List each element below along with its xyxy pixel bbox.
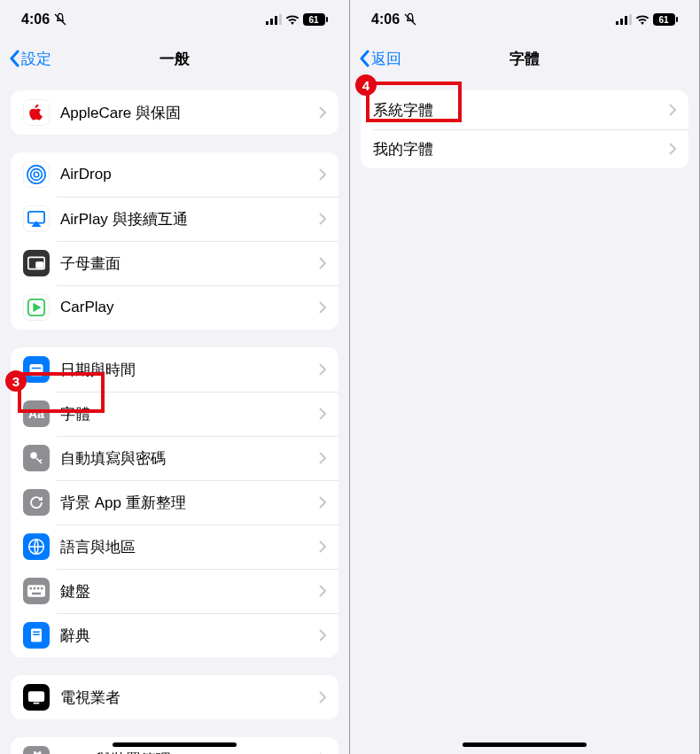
svg-rect-33	[676, 17, 678, 22]
status-time: 4:06	[21, 12, 50, 27]
airplay-icon	[23, 206, 50, 232]
svg-rect-0	[266, 21, 268, 25]
phone-left-general: 4:06 61 設定 一般	[0, 0, 350, 754]
row-datetime[interactable]: 日期與時間	[11, 347, 338, 392]
tv-icon	[23, 684, 50, 711]
page-title: 字體	[509, 49, 540, 69]
nav-bar: 設定 一般	[0, 39, 349, 78]
row-label: AirPlay 與接續互通	[60, 209, 319, 229]
row-label: 我的字體	[373, 139, 669, 159]
row-my-fonts[interactable]: 我的字體	[361, 129, 688, 168]
row-label: AppleCare 與保固	[60, 103, 319, 123]
silent-icon	[53, 12, 67, 27]
chevron-left-icon	[9, 50, 19, 67]
chevron-right-icon	[319, 363, 326, 376]
svg-rect-29	[620, 19, 623, 25]
chevron-right-icon	[319, 168, 326, 181]
annotation-badge-4: 4	[355, 74, 377, 96]
svg-text:61: 61	[658, 15, 669, 25]
fonts-icon: Aa	[23, 400, 50, 427]
chevron-right-icon	[319, 452, 326, 464]
svg-rect-28	[616, 21, 618, 25]
svg-rect-15	[32, 368, 42, 369]
keyboard-icon	[23, 578, 50, 604]
svg-rect-22	[41, 587, 43, 590]
row-dictionary[interactable]: 辭典	[11, 613, 338, 657]
row-label: 系統字體	[373, 100, 669, 120]
row-keyboard[interactable]: 鍵盤	[11, 569, 338, 613]
svg-rect-12	[36, 262, 43, 268]
svg-point-7	[34, 172, 39, 177]
row-label: 語言與地區	[60, 537, 319, 557]
svg-point-8	[31, 169, 43, 181]
chevron-right-icon	[319, 585, 326, 597]
row-language-region[interactable]: 語言與地區	[11, 525, 338, 569]
chevron-right-icon	[319, 691, 326, 703]
svg-rect-2	[275, 16, 277, 25]
chevron-right-icon	[319, 106, 326, 119]
svg-rect-30	[625, 16, 627, 25]
row-pip[interactable]: 子母畫面	[11, 241, 338, 285]
group-connectivity: AirDrop AirPlay 與接續互通 子母畫面	[11, 152, 338, 330]
content: 系統字體 我的字體	[350, 90, 699, 168]
svg-rect-31	[629, 14, 632, 25]
row-airdrop[interactable]: AirDrop	[11, 152, 338, 197]
row-fonts[interactable]: Aa 字體	[11, 392, 338, 436]
row-label: VPN 與裝置管理	[60, 750, 319, 755]
svg-text:61: 61	[308, 15, 319, 25]
svg-rect-23	[32, 593, 41, 595]
row-airplay[interactable]: AirPlay 與接續互通	[11, 197, 338, 241]
back-button[interactable]: 設定	[9, 49, 51, 69]
calendar-icon	[23, 356, 50, 383]
svg-rect-5	[326, 17, 328, 22]
svg-rect-18	[27, 585, 45, 596]
carplay-icon	[23, 294, 50, 321]
annotation-badge-3: 3	[5, 370, 27, 392]
battery-icon: 61	[303, 13, 328, 26]
row-tv-provider[interactable]: 電視業者	[11, 675, 338, 719]
gear-icon	[23, 746, 50, 754]
key-icon	[23, 445, 50, 471]
row-background-refresh[interactable]: 背景 App 重新整理	[11, 480, 338, 525]
home-indicator[interactable]	[463, 742, 587, 747]
row-label: 鍵盤	[60, 581, 319, 602]
pip-icon	[23, 250, 50, 276]
group-fonts: 系統字體 我的字體	[361, 90, 688, 168]
home-indicator[interactable]	[113, 742, 237, 747]
page-title: 一般	[159, 49, 190, 69]
chevron-right-icon	[669, 104, 676, 116]
apple-icon	[23, 99, 50, 126]
group-system: 日期與時間 Aa 字體 自動填寫與密碼 背	[11, 347, 338, 657]
chevron-right-icon	[319, 540, 326, 553]
chevron-right-icon	[319, 496, 326, 509]
cellular-icon	[616, 14, 632, 25]
svg-rect-20	[34, 587, 36, 590]
content: AppleCare 與保固 AirDrop AirPlay 與接續互通	[0, 90, 349, 754]
refresh-icon	[23, 489, 50, 516]
svg-rect-27	[29, 692, 44, 701]
row-label: 日期與時間	[60, 360, 319, 380]
row-passwords[interactable]: 自動填寫與密碼	[11, 436, 338, 480]
row-label: CarPlay	[60, 299, 319, 316]
status-time: 4:06	[371, 12, 400, 27]
globe-icon	[23, 533, 50, 560]
row-label: 子母畫面	[60, 253, 319, 274]
airdrop-icon	[23, 161, 50, 188]
status-bar: 4:06 61	[0, 0, 349, 39]
svg-rect-21	[37, 587, 40, 590]
back-label: 設定	[21, 49, 51, 69]
row-label: 辭典	[60, 626, 319, 646]
row-system-fonts[interactable]: 系統字體	[361, 90, 688, 129]
back-button[interactable]: 返回	[359, 49, 401, 69]
battery-icon: 61	[653, 13, 678, 26]
back-label: 返回	[371, 49, 401, 69]
chevron-right-icon	[319, 408, 326, 420]
row-applecare[interactable]: AppleCare 與保固	[11, 90, 338, 135]
row-label: AirDrop	[60, 166, 319, 183]
chevron-right-icon	[319, 629, 326, 641]
svg-rect-26	[33, 634, 40, 636]
chevron-right-icon	[669, 143, 676, 155]
row-label: 背景 App 重新整理	[60, 493, 319, 513]
cellular-icon	[266, 14, 282, 25]
row-carplay[interactable]: CarPlay	[11, 285, 338, 330]
